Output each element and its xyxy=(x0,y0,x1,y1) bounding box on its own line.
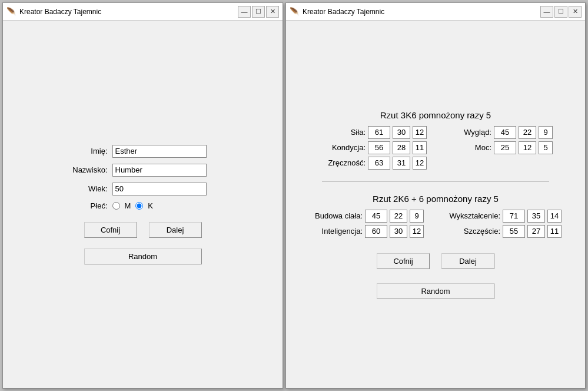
dalej-button-left[interactable]: Dalej xyxy=(149,222,202,238)
wyksztalcenie-box1: 71 xyxy=(503,210,525,223)
moc-box1: 25 xyxy=(494,141,516,154)
sila-box2: 30 xyxy=(393,126,410,139)
close-button-left[interactable]: ✕ xyxy=(266,6,279,18)
budowa-box1: 45 xyxy=(365,210,387,223)
stats-col-left-1: Siła: 61 30 12 Kondycja: 56 28 11 Zr xyxy=(318,126,427,170)
section2-title: Rzut 2K6 + 6 pomnożony razy 5 xyxy=(373,194,499,204)
right-main-content: Rzut 3K6 pomnożony razy 5 Siła: 61 30 12… xyxy=(298,104,573,305)
titlebar-controls-left: — ☐ ✕ xyxy=(238,6,279,18)
window-title-left: Kreator Badaczy Tajemnic xyxy=(19,8,101,16)
plec-label: Płeć: xyxy=(61,201,108,210)
kondycja-label: Kondycja: xyxy=(318,143,366,152)
wyglad-box1: 45 xyxy=(494,126,516,139)
szczescie-box1: 55 xyxy=(503,225,525,238)
kondycja-row: Kondycja: 56 28 11 xyxy=(318,141,427,154)
zrecznosc-box2: 31 xyxy=(393,157,410,170)
radio-m-label: M xyxy=(125,201,131,210)
imie-input[interactable] xyxy=(112,145,207,158)
imie-label: Imię: xyxy=(61,147,108,155)
wiek-label: Wiek: xyxy=(61,184,108,193)
budowa-row: Budowa ciała: 45 22 9 xyxy=(310,210,424,223)
budowa-box3: 9 xyxy=(410,210,424,223)
wyksztalcenie-row: Wykształcenie: 71 35 14 xyxy=(441,210,562,223)
close-button-right[interactable]: ✕ xyxy=(569,6,582,18)
zrecznosc-label: Zręczność: xyxy=(318,158,366,167)
wyglad-row: Wygląd: 45 22 9 xyxy=(444,126,553,139)
window-title-right: Kreator Badaczy Tajemnic xyxy=(303,8,384,16)
minimize-button-right[interactable]: — xyxy=(540,6,553,18)
window-right: 🪶 Kreator Badaczy Tajemnic — ☐ ✕ Rzut 3K… xyxy=(285,2,586,389)
section2: Rzut 2K6 + 6 pomnożony razy 5 Budowa cia… xyxy=(310,194,562,238)
wyksztalcenie-label: Wykształcenie: xyxy=(441,211,500,220)
sila-label: Siła: xyxy=(318,128,366,137)
app-icon-right: 🪶 xyxy=(290,7,299,16)
inteligencja-box1: 60 xyxy=(365,225,387,238)
stats-grid-1: Siła: 61 30 12 Kondycja: 56 28 11 Zr xyxy=(318,126,553,170)
zrecznosc-row: Zręczność: 63 31 12 xyxy=(318,157,427,170)
sila-box1: 61 xyxy=(368,126,390,139)
random-button-left[interactable]: Random xyxy=(84,248,202,264)
section-divider xyxy=(322,181,549,182)
nazwisko-label: Nazwisko: xyxy=(61,165,108,174)
maximize-button-right[interactable]: ☐ xyxy=(554,6,567,18)
szczescie-box2: 27 xyxy=(527,225,545,238)
titlebar-left-section: 🪶 Kreator Badaczy Tajemnic xyxy=(6,7,101,16)
random-button-right[interactable]: Random xyxy=(377,283,494,299)
zrecznosc-box1: 63 xyxy=(368,157,390,170)
plec-row: Płeć: M K xyxy=(61,201,225,210)
moc-box2: 12 xyxy=(519,141,536,154)
radio-k-label: K xyxy=(148,201,153,210)
sila-box3: 12 xyxy=(413,126,427,139)
inteligencja-box2: 30 xyxy=(390,225,407,238)
szczescie-row: Szczęście: 55 27 11 xyxy=(441,225,562,238)
stats-grid-2: Budowa ciała: 45 22 9 Inteligencja: 60 3… xyxy=(310,210,562,238)
wyglad-box3: 9 xyxy=(539,126,553,139)
cofnij-button-left[interactable]: Cofnij xyxy=(84,222,137,238)
moc-label: Moc: xyxy=(444,143,491,152)
titlebar-right: 🪶 Kreator Badaczy Tajemnic — ☐ ✕ xyxy=(286,3,585,21)
stats-col-right-2: Wykształcenie: 71 35 14 Szczęście: 55 27… xyxy=(441,210,562,238)
random-row-left: Random xyxy=(61,248,225,264)
plec-radio-group: M K xyxy=(112,201,154,210)
inteligencja-box3: 12 xyxy=(410,225,424,238)
kondycja-box3: 11 xyxy=(413,141,427,154)
window-left: 🪶 Kreator Badaczy Tajemnic — ☐ ✕ Imię: N… xyxy=(2,2,283,389)
budowa-box2: 22 xyxy=(390,210,407,223)
left-window-content: Imię: Nazwisko: Wiek: Płeć: M K xyxy=(3,21,283,388)
section1: Rzut 3K6 pomnożony razy 5 Siła: 61 30 12… xyxy=(310,110,562,170)
titlebar-right-section: 🪶 Kreator Badaczy Tajemnic xyxy=(290,7,384,16)
stats-col-right-1: Wygląd: 45 22 9 Moc: 25 12 5 xyxy=(444,126,553,154)
titlebar-controls-right: — ☐ ✕ xyxy=(540,6,582,18)
app-icon-left: 🪶 xyxy=(6,7,16,16)
maximize-button-left[interactable]: ☐ xyxy=(252,6,265,18)
random-row-right: Random xyxy=(377,283,494,299)
inteligencja-row: Inteligencja: 60 30 12 xyxy=(310,225,424,238)
wyksztalcenie-box2: 35 xyxy=(527,210,545,223)
moc-row: Moc: 25 12 5 xyxy=(444,141,553,154)
stats-col-left-2: Budowa ciała: 45 22 9 Inteligencja: 60 3… xyxy=(310,210,424,238)
dalej-button-right[interactable]: Dalej xyxy=(441,253,494,269)
cofnij-button-right[interactable]: Cofnij xyxy=(377,253,430,269)
budowa-label: Budowa ciała: xyxy=(310,211,363,220)
nazwisko-input[interactable] xyxy=(112,164,207,177)
moc-box3: 5 xyxy=(539,141,553,154)
szczescie-box3: 11 xyxy=(547,225,562,238)
zrecznosc-box3: 12 xyxy=(413,157,427,170)
right-window-content: Rzut 3K6 pomnożony razy 5 Siła: 61 30 12… xyxy=(286,21,585,388)
kondycja-box1: 56 xyxy=(368,141,390,154)
section1-title: Rzut 3K6 pomnożony razy 5 xyxy=(380,110,491,120)
nazwisko-row: Nazwisko: xyxy=(61,164,225,177)
wyksztalcenie-box3: 14 xyxy=(547,210,562,223)
minimize-button-left[interactable]: — xyxy=(238,6,251,18)
form-area: Imię: Nazwisko: Wiek: Płeć: M K xyxy=(61,145,225,264)
szczescie-label: Szczęście: xyxy=(441,227,500,236)
wiek-input[interactable] xyxy=(112,183,207,196)
wyglad-label: Wygląd: xyxy=(444,128,491,137)
kondycja-box2: 28 xyxy=(393,141,410,154)
radio-k[interactable] xyxy=(135,202,143,210)
wyglad-box2: 22 xyxy=(519,126,536,139)
wiek-row: Wiek: xyxy=(61,183,225,196)
radio-m[interactable] xyxy=(112,202,120,210)
titlebar-left: 🪶 Kreator Badaczy Tajemnic — ☐ ✕ xyxy=(3,3,283,21)
nav-buttons-left: Cofnij Dalej xyxy=(61,222,225,238)
